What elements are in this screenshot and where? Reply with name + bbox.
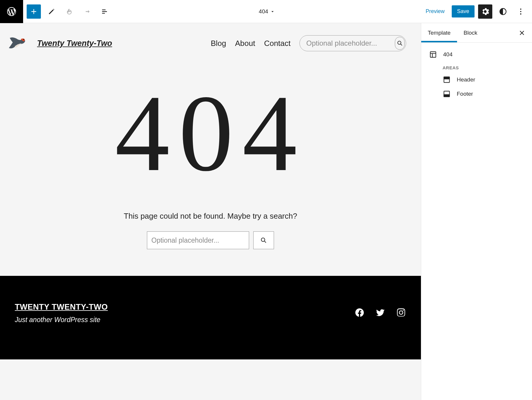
block-inserter-button[interactable] xyxy=(27,4,41,19)
nav-item-blog[interactable]: Blog xyxy=(211,39,226,48)
svg-point-0 xyxy=(520,8,521,9)
save-button[interactable]: Save xyxy=(452,5,475,17)
svg-point-2 xyxy=(520,13,521,15)
area-item-footer[interactable]: Footer xyxy=(429,87,524,101)
close-icon xyxy=(518,29,526,37)
svg-rect-6 xyxy=(430,52,436,57)
svg-point-1 xyxy=(520,11,521,12)
area-item-header[interactable]: Header xyxy=(429,73,524,87)
wp-logo[interactable] xyxy=(0,0,23,23)
svg-rect-10 xyxy=(444,95,450,97)
close-sidebar-button[interactable] xyxy=(516,27,528,39)
toolbar-left xyxy=(0,0,112,23)
site-title[interactable]: Twenty Twenty-Two xyxy=(37,39,112,48)
list-view-button[interactable] xyxy=(98,4,112,19)
content-search xyxy=(0,231,421,249)
tools-toggle-button[interactable] xyxy=(44,4,59,19)
facebook-icon xyxy=(355,308,365,318)
footer-site-title[interactable]: TWENTY TWENTY-TWO xyxy=(15,303,108,312)
facebook-link[interactable] xyxy=(355,308,365,319)
document-title[interactable]: 404 xyxy=(112,8,422,15)
settings-toggle-button[interactable] xyxy=(478,4,492,19)
preview-button[interactable]: Preview xyxy=(422,6,448,17)
toolbar-right: Preview Save xyxy=(422,4,532,19)
twitter-icon xyxy=(375,308,385,318)
svg-point-5 xyxy=(261,238,265,241)
sidebar-body: 404 AREAS Header Footer xyxy=(421,43,532,107)
redo-button[interactable] xyxy=(80,4,94,19)
header-search-button[interactable] xyxy=(395,37,405,50)
more-options-button[interactable] xyxy=(514,4,528,19)
header-search-input[interactable] xyxy=(306,39,395,47)
search-icon xyxy=(260,237,267,244)
social-links xyxy=(355,308,406,319)
content-404: 404 This page could not be found. Maybe … xyxy=(0,63,421,276)
area-label: Footer xyxy=(457,91,473,97)
tab-template[interactable]: Template xyxy=(421,23,457,42)
content-search-input[interactable] xyxy=(147,231,249,249)
content-search-button[interactable] xyxy=(253,231,274,249)
editor-toolbar: 404 Preview Save xyxy=(0,0,532,23)
nav-item-about[interactable]: About xyxy=(235,39,255,48)
tab-block[interactable]: Block xyxy=(457,23,484,42)
page-footer: TWENTY TWENTY-TWO Just another WordPress… xyxy=(0,276,421,359)
site-brand: Twenty Twenty-Two xyxy=(7,35,112,52)
site-logo[interactable] xyxy=(7,35,29,52)
not-found-text[interactable]: This page could not be found. Maybe try … xyxy=(0,212,421,221)
area-label: Header xyxy=(457,76,475,83)
template-item[interactable]: 404 xyxy=(429,49,524,60)
page-header: Twenty Twenty-Two Blog About Contact xyxy=(0,23,421,63)
layout-icon xyxy=(429,50,437,59)
sidebar-tabs: Template Block xyxy=(421,23,532,43)
svg-point-3 xyxy=(23,39,24,40)
instagram-link[interactable] xyxy=(396,308,406,319)
settings-sidebar: Template Block 404 AREAS Header F xyxy=(421,23,532,400)
template-name-label: 404 xyxy=(443,51,453,58)
search-icon xyxy=(397,40,403,47)
chevron-down-icon xyxy=(270,9,275,14)
header-icon xyxy=(443,76,451,84)
nav-item-contact[interactable]: Contact xyxy=(264,39,291,48)
svg-rect-8 xyxy=(444,77,450,79)
svg-point-4 xyxy=(398,41,401,44)
styles-toggle-button[interactable] xyxy=(496,4,510,19)
twitter-link[interactable] xyxy=(375,308,385,319)
instagram-icon xyxy=(396,308,406,318)
primary-nav: Blog About Contact xyxy=(211,35,406,51)
footer-icon xyxy=(443,90,451,98)
undo-button[interactable] xyxy=(62,4,76,19)
footer-tagline[interactable]: Just another WordPress site xyxy=(15,316,108,324)
404-heading[interactable]: 404 xyxy=(0,78,421,188)
document-title-label: 404 xyxy=(259,8,268,15)
header-search xyxy=(299,35,406,51)
editor-canvas[interactable]: Twenty Twenty-Two Blog About Contact xyxy=(0,23,421,400)
areas-heading: AREAS xyxy=(443,65,524,70)
